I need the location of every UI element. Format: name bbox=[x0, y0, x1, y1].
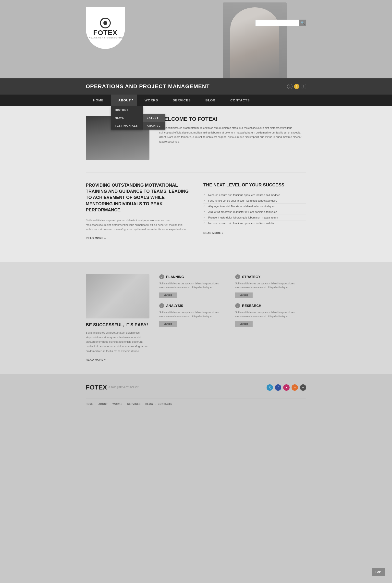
motivational-body: Sui blanditiisites es praetuptatum delen… bbox=[86, 218, 189, 232]
slider-banner: OPERATIONS AND PROJECT MANAGEMENT 1 2 3 bbox=[0, 78, 392, 94]
slider-dot-1[interactable]: 1 bbox=[287, 84, 292, 89]
slider-dot-2[interactable]: 2 bbox=[294, 84, 300, 89]
welcome-title: WELCOME TO FOTEX! bbox=[159, 116, 306, 122]
hero-image bbox=[223, 2, 287, 78]
welcome-body: Sui blanditiisites es praetuptatum delen… bbox=[159, 126, 306, 144]
gray-two-col: BE SUCCESSFUL, IT'S EASY! Sui blanditiis… bbox=[86, 274, 306, 362]
nav: HOME ABOUT ▾ HISTORY NEWS LATEST ARCHIVE… bbox=[0, 94, 392, 106]
dropdown-news[interactable]: NEWS bbox=[111, 114, 143, 122]
dropdown-testimonials[interactable]: TESTIMONIALS bbox=[111, 122, 143, 130]
strategy-more-btn[interactable]: MORE bbox=[235, 292, 252, 298]
facebook-icon[interactable]: f bbox=[275, 384, 281, 391]
nav-services[interactable]: SERVICES bbox=[166, 94, 198, 106]
next-level-title: THE NEXT LEVEL OF YOUR SUCCESS bbox=[203, 182, 306, 188]
logo[interactable]: FOTEX MANAGEMENT CONSULTING bbox=[86, 7, 125, 49]
logo-text: FOTEX bbox=[93, 29, 117, 36]
planning-check-icon: ✓ bbox=[159, 274, 164, 279]
successful-body: Sui blanditiisites es praetuptatum delen… bbox=[86, 330, 150, 353]
footer-nav-home[interactable]: HOME bbox=[86, 403, 94, 405]
analysis-check-icon: ✓ bbox=[159, 303, 164, 308]
strategy-check-icon: ✓ bbox=[235, 274, 240, 279]
service-planning: ✓ PLANNING Sui blanditiisites es pra-upt… bbox=[159, 274, 230, 298]
flickr-icon[interactable]: ● bbox=[283, 384, 290, 391]
slider-dot-3[interactable]: 3 bbox=[301, 84, 306, 89]
social-icons: 𝕏 f ● ∿ + bbox=[266, 384, 306, 391]
footer: FOTEX © 2013 | PRIVACY POLICY 𝕏 f ● ∿ + … bbox=[0, 374, 392, 410]
footer-copyright: © 2013 | PRIVACY POLICY bbox=[108, 386, 139, 389]
motivational-section: PROVIDING OUTSTANDING MOTIVATIONAL TRAIN… bbox=[86, 182, 306, 240]
logo-icon bbox=[100, 18, 111, 28]
research-check-icon: ✓ bbox=[235, 303, 240, 308]
welcome-text: WELCOME TO FOTEX! Sui blanditiisites es … bbox=[159, 116, 306, 160]
service-analysis: ✓ ANALYSIS Sui blanditiisites es pra-upt… bbox=[159, 303, 230, 327]
main-content: WELCOME TO FOTEX! Sui blanditiisites es … bbox=[0, 106, 392, 262]
footer-nav-works[interactable]: WORKS bbox=[112, 403, 122, 405]
search-input[interactable] bbox=[255, 19, 300, 26]
list-item: Aliquet sit amet wurum inuctor ut luam d… bbox=[203, 209, 306, 215]
be-successful-heading: BE SUCCESSFUL, IT'S EASY! bbox=[86, 322, 150, 328]
strategy-body: Sui blanditiisites es pra-uptatum delend… bbox=[235, 282, 306, 290]
next-level-list: Necoum epsum prin faucibus oposuere ind … bbox=[203, 192, 306, 226]
successful-image bbox=[86, 274, 150, 318]
successful-col: BE SUCCESSFUL, IT'S EASY! Sui blanditiis… bbox=[86, 274, 150, 362]
next-level-col: THE NEXT LEVEL OF YOUR SUCCESS Necoum ep… bbox=[203, 182, 306, 240]
analysis-body: Sui blanditiisites es pra-uptatum delend… bbox=[159, 311, 230, 318]
search-button[interactable]: 🔍 bbox=[300, 19, 306, 26]
nav-home[interactable]: HOME bbox=[86, 94, 111, 106]
footer-nav: HOME • ABOUT • WORKS • SERVICES • BLOG •… bbox=[86, 399, 306, 405]
header: FOTEX MANAGEMENT CONSULTING 🔍 bbox=[0, 0, 392, 78]
nav-blog[interactable]: BLOG bbox=[198, 94, 223, 106]
footer-nav-about[interactable]: ABOUT bbox=[98, 403, 108, 405]
submenu-latest[interactable]: LATEST bbox=[143, 114, 165, 122]
list-item: Aliquagentum nisl. Mauris acml diaed in … bbox=[203, 204, 306, 209]
about-arrow-icon: ▾ bbox=[132, 98, 133, 102]
submenu-archive[interactable]: ARCHIVE bbox=[143, 122, 165, 130]
section-divider bbox=[86, 172, 306, 172]
about-dropdown: HISTORY NEWS LATEST ARCHIVE TESTIMONIALS bbox=[111, 106, 143, 130]
dropdown-history[interactable]: HISTORY bbox=[111, 106, 143, 114]
list-item: Necoum epsum prin faucibus oposuere ind … bbox=[203, 220, 306, 226]
services-col: ✓ PLANNING Sui blanditiisites es pra-upt… bbox=[159, 274, 306, 362]
twitter-icon[interactable]: 𝕏 bbox=[266, 384, 273, 391]
research-more-btn[interactable]: MORE bbox=[235, 321, 252, 327]
list-item: Necoum epsum prin faucibus oposuere ind … bbox=[203, 192, 306, 198]
logo-sub: MANAGEMENT CONSULTING bbox=[86, 37, 124, 39]
motivational-col: PROVIDING OUTSTANDING MOTIVATIONAL TRAIN… bbox=[86, 182, 189, 240]
planning-body: Sui blanditiisites es pra-uptatum delend… bbox=[159, 282, 230, 290]
footer-nav-services[interactable]: SERVICES bbox=[127, 403, 140, 405]
service-strategy-title: ✓ STRATEGY bbox=[235, 274, 306, 279]
search-box: 🔍 bbox=[255, 19, 306, 26]
gray-section: BE SUCCESSFUL, IT'S EASY! Sui blanditiis… bbox=[0, 262, 392, 374]
footer-nav-contacts[interactable]: CONTACTS bbox=[158, 403, 172, 405]
planning-more-btn[interactable]: MORE bbox=[159, 292, 177, 298]
service-research-title: ✓ RESEARCH bbox=[235, 303, 306, 308]
service-research: ✓ RESEARCH Sui blanditiisites es pra-upt… bbox=[235, 303, 306, 327]
plus-icon[interactable]: + bbox=[300, 384, 306, 391]
rss-icon[interactable]: ∿ bbox=[292, 384, 298, 391]
service-analysis-title: ✓ ANALYSIS bbox=[159, 303, 230, 308]
service-strategy: ✓ STRATEGY Sui blanditiisites es pra-upt… bbox=[235, 274, 306, 298]
footer-nav-blog[interactable]: BLOG bbox=[145, 403, 153, 405]
slider-dots: 1 2 3 bbox=[287, 84, 306, 89]
motivational-read-more[interactable]: READ MORE » bbox=[86, 237, 106, 240]
nav-works[interactable]: WORKS bbox=[137, 94, 166, 106]
list-item: Praesent justo dolor lobortis quis lobor… bbox=[203, 215, 306, 220]
footer-logo-text: FOTEX bbox=[86, 384, 107, 391]
research-body: Sui blanditiisites es pra-uptatum delend… bbox=[235, 311, 306, 318]
nav-about[interactable]: ABOUT ▾ HISTORY NEWS LATEST ARCHIVE TEST… bbox=[111, 94, 137, 106]
service-planning-title: ✓ PLANNING bbox=[159, 274, 230, 279]
motivational-heading: PROVIDING OUTSTANDING MOTIVATIONAL TRAIN… bbox=[86, 182, 189, 213]
list-item: Fusc ismod conse qual ariccun ipsm dolt … bbox=[203, 198, 306, 204]
news-submenu: LATEST ARCHIVE bbox=[143, 114, 165, 130]
next-level-read-more[interactable]: READ MORE » bbox=[203, 231, 224, 234]
hero-silhouette bbox=[230, 7, 279, 78]
slider-title: OPERATIONS AND PROJECT MANAGEMENT bbox=[86, 83, 210, 90]
nav-contacts[interactable]: CONTACTS bbox=[223, 94, 257, 106]
successful-read-more[interactable]: READ MORE » bbox=[86, 358, 106, 361]
footer-logo: FOTEX © 2013 | PRIVACY POLICY bbox=[86, 384, 139, 391]
footer-top: FOTEX © 2013 | PRIVACY POLICY 𝕏 f ● ∿ + bbox=[86, 384, 306, 391]
service-grid: ✓ PLANNING Sui blanditiisites es pra-upt… bbox=[159, 274, 306, 327]
analysis-more-btn[interactable]: MORE bbox=[159, 321, 177, 327]
